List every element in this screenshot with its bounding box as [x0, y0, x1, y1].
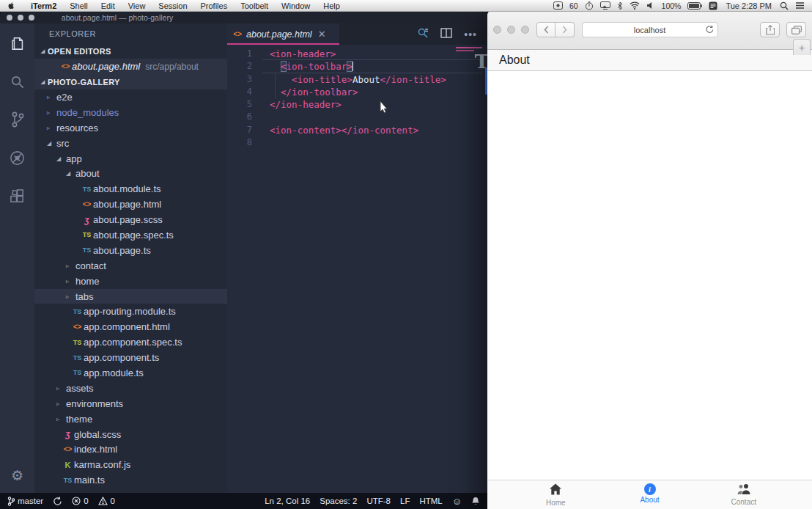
- menu-item-toolbelt[interactable]: Toolbelt: [234, 1, 275, 10]
- find-in-file-icon[interactable]: [417, 27, 429, 42]
- code-line-6[interactable]: 6: [227, 111, 487, 123]
- source-control-icon[interactable]: [8, 110, 27, 129]
- tree-item-e2e[interactable]: ▹e2e: [34, 89, 227, 105]
- ts-file-icon: TS: [81, 186, 93, 193]
- apple-menu-icon[interactable]: [7, 1, 15, 10]
- tree-item-resources[interactable]: ▹resources: [34, 120, 227, 136]
- tree-item-assets[interactable]: ▹assets: [34, 381, 227, 396]
- code-line-5[interactable]: 5</ion-header>: [227, 98, 487, 111]
- menu-item-window[interactable]: Window: [275, 1, 317, 10]
- notification-center-icon[interactable]: [795, 1, 805, 10]
- feedback-smiley-icon[interactable]: ☺: [452, 497, 462, 506]
- menu-item-view[interactable]: View: [122, 1, 152, 10]
- settings-gear-icon[interactable]: ⚙: [11, 467, 23, 484]
- tree-item-global.scss[interactable]: ʒglobal.scss: [34, 427, 227, 442]
- search-icon[interactable]: [8, 72, 27, 91]
- open-editor-item[interactable]: <> about.page.html src/app/about: [34, 59, 227, 74]
- extensions-icon[interactable]: [8, 186, 27, 205]
- tree-item-app.component.html[interactable]: <>app.component.html: [34, 319, 227, 334]
- volume-icon[interactable]: [646, 1, 655, 10]
- tree-item-home[interactable]: ▹home: [34, 274, 227, 289]
- menubar-clock[interactable]: Tue 2:28 PM: [724, 1, 773, 10]
- tree-item-src[interactable]: ◢src: [34, 136, 227, 151]
- code-area[interactable]: 1<ion-header>2 <ion-toolbar>3 <ion-title…: [227, 45, 487, 493]
- language-mode[interactable]: HTML: [419, 497, 442, 505]
- fps-indicator[interactable]: 60: [569, 1, 578, 10]
- indentation[interactable]: Spaces: 2: [320, 497, 357, 505]
- code-line-1[interactable]: 1<ion-header>: [227, 48, 487, 60]
- debug-icon[interactable]: [8, 148, 27, 167]
- tree-item-contact[interactable]: ▹contact: [34, 258, 227, 274]
- tab-about-page-html[interactable]: <> about.page.html ✕: [227, 23, 339, 45]
- warnings-indicator[interactable]: 0: [98, 497, 115, 505]
- tree-item-environments[interactable]: ▹environments: [34, 396, 227, 411]
- more-actions-icon[interactable]: •••: [464, 29, 477, 40]
- menu-item-shell[interactable]: Shell: [63, 1, 94, 10]
- line-number: 7: [227, 124, 262, 136]
- project-section-header[interactable]: ◢ PHOTO-GALLERY: [34, 74, 227, 89]
- tree-item-about.page.scss[interactable]: ʒabout.page.scss: [34, 212, 227, 227]
- reload-icon[interactable]: [706, 25, 714, 35]
- menu-item-help[interactable]: Help: [317, 1, 347, 10]
- code-line-4[interactable]: 4 </ion-toolbar>: [227, 86, 487, 98]
- cursor-position[interactable]: Ln 2, Col 16: [265, 497, 310, 505]
- code-line-8[interactable]: 8: [227, 136, 487, 149]
- tab-about[interactable]: iAbout: [624, 483, 676, 504]
- new-tab-button[interactable]: +: [793, 39, 811, 55]
- errors-indicator[interactable]: 0: [72, 497, 88, 505]
- close-icon[interactable]: ✕: [318, 29, 326, 39]
- split-editor-icon[interactable]: [440, 28, 452, 41]
- input-source-icon[interactable]: [709, 1, 717, 10]
- display-mirroring-icon[interactable]: [600, 1, 610, 10]
- tree-item-node_modules[interactable]: ▹node_modules: [34, 105, 227, 120]
- notifications-bell-icon[interactable]: [471, 497, 480, 506]
- open-editors-header[interactable]: ◢ OPEN EDITORS: [34, 43, 227, 59]
- chevron-collapsed-icon: ▹: [47, 109, 56, 116]
- tree-item-index.html[interactable]: <>index.html: [34, 442, 227, 457]
- tree-item-karma.conf.js[interactable]: Kkarma.conf.js: [34, 457, 227, 472]
- explorer-icon[interactable]: [8, 34, 27, 53]
- back-button[interactable]: [536, 22, 556, 37]
- tree-item-about.page.ts[interactable]: TSabout.page.ts: [34, 243, 227, 258]
- vscode-titlebar[interactable]: about.page.html — photo-gallery: [0, 12, 487, 23]
- spotlight-icon[interactable]: [780, 1, 789, 10]
- menu-item-edit[interactable]: Edit: [95, 1, 122, 10]
- share-button[interactable]: [760, 22, 780, 37]
- timer-icon[interactable]: [585, 1, 594, 10]
- forward-button[interactable]: [556, 22, 575, 37]
- tab-contact[interactable]: Contact: [718, 483, 769, 506]
- address-bar[interactable]: localhost: [582, 22, 718, 37]
- wifi-icon[interactable]: [630, 1, 640, 10]
- tab-overview-button[interactable]: [786, 22, 806, 37]
- sync-button[interactable]: [53, 497, 62, 506]
- chevron-expanded-icon: ◢: [47, 140, 56, 147]
- screen-record-icon[interactable]: [553, 1, 563, 10]
- battery-icon[interactable]: [687, 2, 702, 10]
- menu-item-session[interactable]: Session: [152, 1, 193, 10]
- eol-sequence[interactable]: LF: [400, 497, 410, 505]
- tree-item-about.page.html[interactable]: <>about.page.html: [34, 197, 227, 212]
- tree-item-about[interactable]: ◢about: [34, 166, 227, 181]
- menu-item-iterm2[interactable]: iTerm2: [24, 1, 63, 10]
- tree-item-about.page.spec.ts[interactable]: TSabout.page.spec.ts: [34, 227, 227, 243]
- code-line-7[interactable]: 7<ion-content></ion-content>: [227, 124, 487, 136]
- code-line-3[interactable]: 3 <ion-title>About</ion-title>: [227, 73, 487, 86]
- tree-item-app.module.ts[interactable]: TSapp.module.ts: [34, 365, 227, 381]
- tree-item-app-routing.module.ts[interactable]: TSapp-routing.module.ts: [34, 304, 227, 319]
- tree-item-theme[interactable]: ▹theme: [34, 411, 227, 427]
- encoding[interactable]: UTF-8: [366, 497, 391, 505]
- tree-item-tabs[interactable]: ▹tabs: [34, 289, 227, 304]
- tree-item-app.component.ts[interactable]: TSapp.component.ts: [34, 350, 227, 365]
- bluetooth-icon[interactable]: [617, 1, 623, 10]
- git-branch-indicator[interactable]: master: [7, 497, 43, 506]
- tree-item-main.ts[interactable]: TSmain.ts: [34, 472, 227, 488]
- code-line-2[interactable]: 2 <ion-toolbar>: [227, 60, 487, 73]
- tree-item-app[interactable]: ◢app: [34, 151, 227, 166]
- code-lines: 1<ion-header>2 <ion-toolbar>3 <ion-title…: [227, 48, 487, 149]
- menu-item-profiles[interactable]: Profiles: [194, 1, 235, 10]
- tree-item-about.module.ts[interactable]: TSabout.module.ts: [34, 181, 227, 197]
- line-number: 2: [227, 60, 262, 73]
- tab-home[interactable]: Home: [530, 483, 581, 507]
- tree-item-app.component.spec.ts[interactable]: TSapp.component.spec.ts: [34, 334, 227, 350]
- safari-traffic-lights[interactable]: [493, 26, 529, 34]
